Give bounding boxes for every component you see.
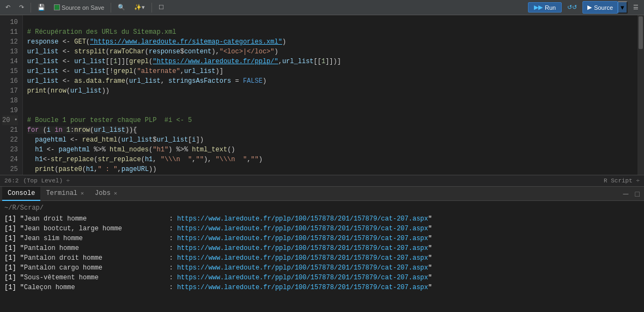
code-area[interactable]: # Récupération des URLs du Sitemap.xml r…: [23, 15, 637, 175]
line-num-23: 23: [2, 145, 18, 155]
checkbox-icon: [54, 4, 60, 10]
editor-main: 10 11 12 13 14 15 16 17 18 19 20 • 21 22…: [0, 15, 644, 175]
line-num-17: 17: [2, 86, 18, 96]
run-button[interactable]: ▶▶ Run: [528, 2, 562, 13]
tab-terminal-close[interactable]: ✕: [81, 190, 84, 197]
line-15: url_list <- as.data.frame(url_list, stri…: [27, 77, 266, 85]
panel-tabs: Console Terminal ✕ Jobs ✕ ─ □: [0, 187, 644, 201]
console-line-7: [1] "Sous-vêtement homme : https://www.l…: [4, 273, 640, 283]
source-on-save-button[interactable]: Source on Save: [51, 3, 107, 13]
status-bar: 26:2 (Top Level) ÷ R Script ÷: [0, 175, 644, 187]
line-20: for (i in 1:nrow(url_list)){: [27, 126, 137, 134]
source-arrow-icon: ▶: [587, 4, 592, 11]
console-line-6: [1] "Pantalon cargo homme : https://www.…: [4, 263, 640, 273]
minimize-button[interactable]: ─: [621, 189, 631, 198]
line-21: pagehtml <- read_html(url_list$url_list[…: [27, 136, 204, 144]
tab-terminal-label: Terminal: [46, 189, 77, 197]
source-button[interactable]: ▶ Source: [582, 1, 618, 14]
source-on-save-label: Source on Save: [62, 4, 104, 11]
console-output[interactable]: ~/R/Scrap/ [1] "Jean droit homme : https…: [0, 201, 644, 312]
line-num-25: 25: [2, 164, 18, 174]
console-line-1: [1] "Jean droit homme : https://www.lare…: [4, 214, 640, 224]
line-10: # Récupération des URLs du Sitemap.xml: [27, 28, 177, 36]
run-label: Run: [545, 4, 556, 11]
line-num-15: 15: [2, 66, 18, 76]
file-type: R Script ÷: [604, 178, 640, 184]
editor-scrollbar[interactable]: [637, 15, 644, 175]
console-path: ~/R/Scrap/: [4, 203, 640, 213]
line-num-12: 12: [2, 37, 18, 47]
compile-button[interactable]: ☐: [155, 2, 167, 13]
source-dropdown-button[interactable]: ▾: [618, 1, 628, 14]
line-num-16: 16: [2, 76, 18, 86]
line-23: h1<-str_replace(str_replace(h1, "\\\n ",…: [27, 156, 263, 163]
line-11: response <- GET("https://www.laredoute.f…: [27, 38, 286, 46]
console-line-3: [1] "Jean slim homme : https://www.lared…: [4, 234, 640, 243]
line-num-13: 13: [2, 47, 18, 57]
menu-button[interactable]: ☰: [630, 2, 642, 13]
line-num-19: 19: [2, 106, 18, 115]
save-icon: 💾: [38, 4, 45, 11]
console-line-8: [1] "Caleçon homme : https://www.laredou…: [4, 283, 640, 292]
undo-button[interactable]: ↶: [2, 2, 14, 13]
save-button[interactable]: 💾: [34, 2, 48, 13]
tab-console-label: Console: [8, 189, 35, 197]
cursor-position: 26:2: [4, 178, 19, 184]
line-num-18: 18: [2, 96, 18, 106]
console-line-4: [1] "Pantalon homme : https://www.laredo…: [4, 243, 640, 253]
tab-jobs-label: Jobs: [95, 189, 111, 197]
bottom-panel: Console Terminal ✕ Jobs ✕ ─ □ ~/R/Scrap/…: [0, 187, 644, 312]
magic-wand-button[interactable]: ✨▾: [131, 2, 148, 13]
line-19: # Boucle 1 pour tester chaque PLP #i <- …: [27, 117, 192, 124]
rerun-button[interactable]: ↺↺: [564, 2, 580, 13]
panel-right-buttons: ─ □: [621, 189, 642, 198]
redo-button[interactable]: ↷: [16, 2, 27, 13]
line-12: url_list <- strsplit(rawToChar(response$…: [27, 48, 278, 56]
rerun-icon: ↺↺: [567, 4, 577, 11]
line-22: h1 <- pagehtml %>% html_nodes("h1") %>% …: [27, 146, 235, 154]
find-button[interactable]: 🔍: [114, 2, 129, 13]
source-label: Source: [594, 4, 613, 11]
toolbar-separator-3: [151, 3, 152, 13]
line-num-24: 24: [2, 155, 18, 164]
line-numbers: 10 11 12 13 14 15 16 17 18 19 20 • 21 22…: [0, 15, 23, 175]
line-num-22: 22: [2, 135, 18, 145]
line-14: url_list <- url_list[!grepl("alternate",…: [27, 68, 223, 75]
line-13: url_list <- url_list[[1]][grepl("https:/…: [27, 58, 341, 65]
code-level: (Top Level) ÷: [23, 178, 70, 184]
run-arrow-icon: ▶▶: [534, 4, 543, 11]
console-line-2: [1] "Jean bootcut, large homme : https:/…: [4, 224, 640, 234]
toolbar-separator-1: [31, 3, 31, 13]
tab-terminal[interactable]: Terminal ✕: [40, 187, 89, 201]
line-num-10: 10: [2, 17, 18, 27]
editor-container: 10 11 12 13 14 15 16 17 18 19 20 • 21 22…: [0, 15, 644, 187]
tab-console[interactable]: Console: [2, 187, 40, 201]
toolbar: ↶ ↷ 💾 Source on Save 🔍 ✨▾ ☐ ▶▶ Run ↺↺ ▶ …: [0, 0, 644, 15]
source-button-group: ▶ Source ▾: [582, 1, 628, 14]
toolbar-separator-2: [111, 3, 111, 13]
line-num-21: 21: [2, 125, 18, 135]
console-line-5: [1] "Pantalon droit homme : https://www.…: [4, 253, 640, 263]
line-24: print(paste0(h1," : ",pageURL)): [27, 166, 157, 173]
line-num-20: 20 •: [2, 115, 18, 125]
maximize-button[interactable]: □: [633, 189, 642, 198]
line-num-14: 14: [2, 57, 18, 66]
line-18: [27, 107, 31, 114]
line-16: print(nrow(url_list)): [27, 87, 110, 95]
line-17: [27, 97, 31, 105]
scroll-thumb[interactable]: [639, 16, 643, 49]
tab-jobs-close[interactable]: ✕: [114, 190, 117, 197]
line-num-11: 11: [2, 27, 18, 37]
tab-jobs[interactable]: Jobs ✕: [89, 187, 123, 201]
